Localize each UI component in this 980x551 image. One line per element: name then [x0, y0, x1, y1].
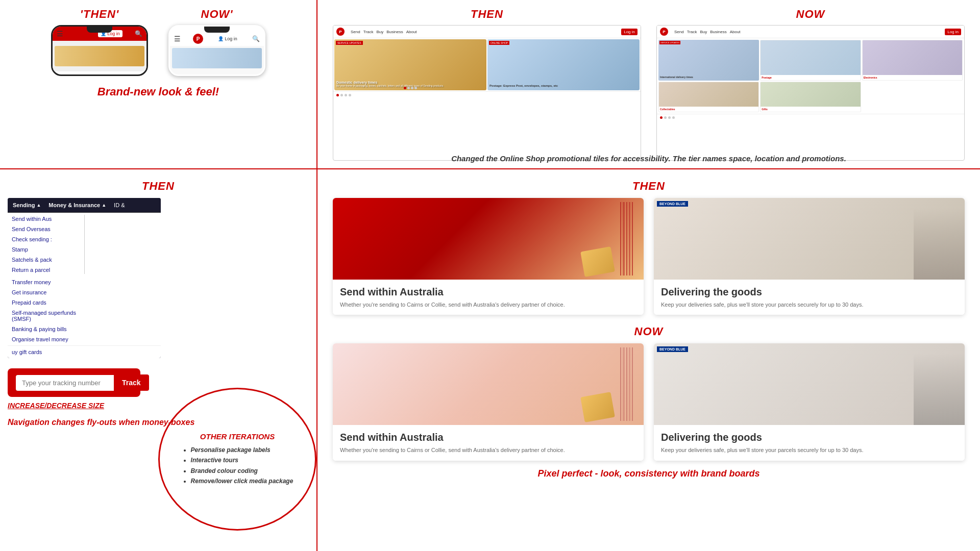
- tracking-widget: Track: [8, 368, 140, 397]
- iteration-3: Branded colour coding: [191, 466, 293, 476]
- nav-gift-cards[interactable]: uy gift cards: [12, 349, 157, 355]
- nav-satchels[interactable]: Satchels & pack: [12, 257, 80, 263]
- search-icon-new: 🔍: [252, 35, 260, 42]
- q2-now-mockup: P SendTrackBuyBusinessAbout Log in SERVI…: [656, 25, 965, 161]
- track-button[interactable]: Track: [114, 374, 149, 391]
- package-decor: [580, 246, 615, 277]
- nav-dot-now-2: [664, 116, 667, 119]
- card-hero-deliver-now: BEYOND BLUE: [654, 343, 965, 425]
- barcode-line: [626, 202, 627, 276]
- nav-banking[interactable]: Banking & paying bills: [12, 326, 80, 332]
- q4-card-deliver-now: BEYOND BLUE Delivering the goods Keep yo…: [654, 343, 965, 460]
- nav-prepaid[interactable]: Prepaid cards: [12, 299, 80, 306]
- iteration-1: Personalise package labels: [191, 445, 293, 455]
- card-title-deliver-now: Delivering the goods: [661, 431, 958, 443]
- barcode-line: [629, 202, 630, 276]
- barcode-then: [618, 198, 644, 280]
- hero-right-text-then: Postage: Express Post, envelopes, stamps…: [489, 84, 638, 87]
- login-btn-new[interactable]: 👤 Log in: [215, 35, 240, 42]
- card-subtitle-deliver-now: Keep your deliveries safe, plus we'll st…: [661, 446, 958, 454]
- card-collectables-img: [659, 82, 758, 107]
- nav-travel[interactable]: Organise travel money: [12, 336, 80, 342]
- card-badge-intl: SERVICE UPDATES: [659, 41, 680, 44]
- q2-then-mockup: P SendTrackBuyBusinessAbout Log in SERVI…: [333, 25, 641, 161]
- caret-icon-sending: ▲: [36, 203, 41, 208]
- nav-links-then: SendTrackBuyBusinessAbout: [351, 30, 619, 34]
- card-postage: Postage: [760, 40, 861, 81]
- website-header-now: P SendTrackBuyBusinessAbout Log in: [657, 26, 964, 38]
- barcode-line: [623, 202, 625, 276]
- nav-tab-sending[interactable]: Sending ▲: [13, 202, 41, 208]
- tracking-input[interactable]: [16, 375, 114, 391]
- q2-then-label: THEN: [333, 8, 641, 21]
- card-gifts-img: [761, 82, 860, 107]
- card-title-send-aus-then: Send within Australia: [340, 286, 636, 298]
- phone-content-old: [53, 41, 146, 71]
- hamburger-icon-new: ☰: [174, 35, 181, 43]
- nav-send-overseas[interactable]: Send Overseas: [12, 226, 80, 232]
- logo-old: [76, 29, 86, 39]
- website-header-then: P SendTrackBuyBusinessAbout Log in: [333, 26, 641, 38]
- barcode-now: [618, 343, 644, 425]
- hero-right-then: ONLINE SHOP Postage: Express Post, envel…: [487, 39, 640, 90]
- online-shop-badge-then: ONLINE SHOP: [489, 41, 509, 45]
- nav-stamp[interactable]: Stamp: [12, 246, 80, 253]
- card-text-intl: International delivery times: [660, 76, 757, 79]
- q2-now-label: NOW: [656, 8, 965, 21]
- q1-now-section: NOW' ☰ P 👤 Log in 🔍: [168, 8, 265, 76]
- card-gifts: Gifts: [760, 82, 861, 112]
- card-electronics-img: [863, 40, 962, 75]
- barcode-line-now: [626, 347, 627, 421]
- login-now: Log in: [945, 29, 961, 35]
- nav-tab-id[interactable]: ID &: [114, 202, 125, 208]
- barcode-line-now: [632, 347, 633, 421]
- nav-return[interactable]: Return a parcel: [12, 267, 80, 273]
- card-hero-send-aus-then: [333, 198, 644, 280]
- barcode-line: [632, 202, 633, 276]
- nav-check-sending[interactable]: Check sending :: [12, 236, 80, 242]
- card-subtitle-deliver-then: Keep your deliveries safe, plus we'll st…: [661, 301, 958, 309]
- card-title-send-aus-now: Send within Australia: [340, 431, 636, 443]
- caret-icon-money: ▲: [102, 203, 106, 208]
- iterations-list: Personalise package labels Interactive t…: [182, 445, 293, 487]
- nav-dot-3: [345, 94, 347, 96]
- nav-links-now: SendTrackBuyBusinessAbout: [674, 30, 943, 34]
- q4-then-cards: Send within Australia Whether you're sen…: [333, 198, 965, 315]
- nav-smsf[interactable]: Self-managed superfunds (SMSF): [12, 310, 80, 322]
- iterations-title: OTHER ITERATIONS: [200, 432, 275, 441]
- iterations-circle: OTHER ITERATIONS Personalise package lab…: [158, 388, 316, 531]
- nav-transfer[interactable]: Transfer money: [12, 279, 80, 285]
- nav-dot-4: [349, 94, 351, 96]
- card-collectables-label: Collectables: [659, 107, 758, 112]
- website-cards-now: SERVICE UPDATES International delivery t…: [657, 38, 964, 114]
- q1-now-label: NOW': [201, 8, 233, 21]
- card-body-deliver-then: Delivering the goods Keep your deliverie…: [654, 280, 965, 315]
- card-gifts-label: Gifts: [761, 107, 860, 112]
- q4-card-send-aus-now: Send within Australia Whether you're sen…: [333, 343, 644, 460]
- nav-dot-now-4: [672, 116, 675, 119]
- card-electronics-label: Electronics: [863, 75, 962, 80]
- hamburger-icon: ☰: [57, 30, 63, 38]
- barcode-line-now: [623, 347, 625, 421]
- iteration-2: Interactive tours: [191, 455, 293, 465]
- nav-insurance[interactable]: Get insurance: [12, 289, 80, 295]
- card-body-send-aus-then: Send within Australia Whether you're sen…: [333, 280, 644, 315]
- q2-caption: Changed the Online Shop promotional tile…: [333, 154, 965, 163]
- q4-card-deliver-then: BEYOND BLUE Delivering the goods Keep yo…: [654, 198, 965, 315]
- beyond-blue-badge-then: BEYOND BLUE: [657, 201, 688, 207]
- website-nav-then: [333, 91, 641, 98]
- nav-send-aus[interactable]: Send within Aus: [12, 216, 80, 222]
- nav-tab-money[interactable]: Money & Insurance ▲: [48, 202, 106, 208]
- card-title-deliver-then: Delivering the goods: [661, 286, 958, 298]
- card-subtitle-send-aus-then: Whether you're sending to Cairns or Coll…: [340, 301, 636, 309]
- hero-dots-then: [404, 87, 417, 89]
- q4-then-label: THEN: [333, 180, 965, 193]
- tracking-caption: INCREASE/DECREASE SIZE: [8, 402, 104, 410]
- card-intl: SERVICE UPDATES International delivery t…: [658, 40, 759, 81]
- q4-card-send-aus-then: Send within Australia Whether you're sen…: [333, 198, 644, 315]
- barcode-line-now: [629, 347, 630, 421]
- iteration-4: Remove/lower click media package: [191, 476, 293, 486]
- barcode-line: [620, 202, 621, 276]
- q3-then-label: THEN: [8, 180, 309, 193]
- nav-dot-1: [336, 94, 339, 96]
